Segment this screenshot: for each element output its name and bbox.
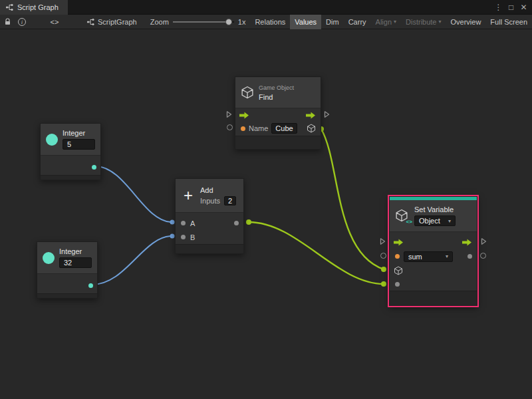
zoom-slider-handle[interactable] bbox=[225, 19, 232, 25]
integer-value-field[interactable]: 32 bbox=[59, 257, 92, 268]
node-body: A B bbox=[176, 212, 243, 244]
code-view-button[interactable]: <> bbox=[40, 15, 69, 29]
variable-outer-port[interactable] bbox=[380, 253, 386, 259]
maximize-icon[interactable]: □ bbox=[505, 0, 517, 15]
node-footer bbox=[390, 291, 477, 305]
fullscreen-button[interactable]: Full Screen bbox=[485, 15, 532, 29]
input-port-a[interactable] bbox=[181, 221, 186, 225]
port-row-a: A bbox=[176, 216, 243, 230]
node-title: Add bbox=[200, 186, 238, 194]
flow-in-port[interactable] bbox=[239, 112, 249, 119]
node-body bbox=[41, 155, 100, 175]
name-value-field[interactable]: Cube bbox=[271, 123, 297, 134]
flow-out-outer-port[interactable] bbox=[481, 237, 487, 245]
carry-button[interactable]: Carry bbox=[344, 15, 371, 29]
node-header: <> Set Variable Object ▾ bbox=[390, 200, 477, 231]
value-outer-port[interactable] bbox=[480, 253, 486, 259]
gameobject-output-port[interactable] bbox=[307, 124, 316, 133]
close-icon[interactable]: ✕ bbox=[518, 0, 529, 15]
node-set-variable[interactable]: <> Set Variable Object ▾ bbox=[389, 196, 477, 306]
wire-endpoint bbox=[170, 220, 175, 225]
node-body: sum ▾ bbox=[390, 231, 477, 291]
graph-name: ScriptGraph bbox=[98, 18, 137, 26]
chevron-down-icon: ▾ bbox=[394, 19, 396, 25]
port-b-label: B bbox=[190, 233, 195, 241]
node-header: Integer 5 bbox=[41, 124, 100, 155]
wire-add-to-setvariable-value[interactable] bbox=[249, 222, 384, 284]
scope-dropdown[interactable]: Object ▾ bbox=[414, 215, 456, 226]
variable-name-dropdown[interactable]: sum ▾ bbox=[404, 251, 453, 262]
window-menu-icon[interactable]: ⋮ bbox=[493, 0, 504, 15]
node-title: Set Variable bbox=[414, 205, 471, 213]
flow-out-outer-port[interactable] bbox=[324, 110, 330, 118]
gameobject-cube-icon bbox=[241, 86, 254, 99]
zoom-slider-fill bbox=[173, 21, 225, 23]
code-icon: <> bbox=[406, 219, 412, 225]
node-integer-5[interactable]: Integer 5 bbox=[40, 123, 101, 180]
value-input-port[interactable] bbox=[395, 282, 400, 287]
wire-integer32-to-add-b[interactable] bbox=[92, 236, 172, 285]
node-add[interactable]: + Add Inputs 2 A B bbox=[175, 178, 244, 254]
sum-output-port[interactable] bbox=[234, 221, 239, 225]
integer-value-field[interactable]: 5 bbox=[63, 139, 95, 150]
inputs-count-field[interactable]: 2 bbox=[224, 196, 236, 205]
variable-name-port[interactable] bbox=[395, 254, 400, 259]
node-footer bbox=[41, 175, 100, 180]
relations-button[interactable]: Relations bbox=[250, 15, 290, 29]
name-outer-port[interactable] bbox=[227, 124, 233, 130]
plus-icon: + bbox=[181, 188, 196, 203]
values-button[interactable]: Values bbox=[290, 15, 321, 29]
value-output-port[interactable] bbox=[467, 254, 472, 259]
flow-in-outer-port[interactable] bbox=[380, 237, 386, 245]
graph-asset-ref[interactable]: ScriptGraph bbox=[86, 18, 137, 26]
align-button[interactable]: Align ▾ bbox=[371, 15, 401, 29]
inputs-label: Inputs bbox=[200, 197, 220, 205]
integer-output-port[interactable] bbox=[92, 165, 96, 170]
flow-out-port[interactable] bbox=[462, 239, 472, 246]
flow-row bbox=[390, 235, 477, 249]
set-variable-icon: <> bbox=[395, 209, 410, 223]
name-label: Name bbox=[249, 124, 268, 132]
tab-title: Script Graph bbox=[17, 3, 59, 11]
wire-endpoint bbox=[381, 267, 386, 272]
node-footer bbox=[235, 136, 321, 149]
node-footer bbox=[37, 293, 97, 298]
object-input-port[interactable] bbox=[394, 266, 403, 275]
node-body: Name Cube bbox=[235, 108, 321, 136]
name-input-port[interactable] bbox=[241, 126, 245, 131]
tab-script-graph[interactable]: Script Graph bbox=[0, 0, 68, 15]
wire-endpoint bbox=[170, 234, 175, 239]
distribute-label: Distribute bbox=[406, 18, 436, 26]
distribute-button[interactable]: Distribute ▾ bbox=[401, 15, 446, 29]
flow-out-port[interactable] bbox=[306, 112, 316, 119]
graph-canvas[interactable]: Integer 5 Integer 32 + Add bbox=[0, 29, 532, 399]
flow-in-port[interactable] bbox=[394, 239, 404, 246]
node-title: Find bbox=[259, 93, 315, 101]
integer-icon bbox=[43, 252, 55, 264]
flow-row bbox=[235, 108, 321, 122]
node-title: Integer bbox=[59, 247, 92, 255]
wire-find-to-setvariable-object[interactable] bbox=[321, 129, 384, 269]
node-body bbox=[37, 273, 97, 293]
node-title: Integer bbox=[63, 129, 95, 137]
overview-button[interactable]: Overview bbox=[446, 15, 486, 29]
input-port-b[interactable] bbox=[181, 235, 186, 239]
node-integer-32[interactable]: Integer 32 bbox=[37, 241, 98, 299]
lock-icon bbox=[4, 18, 11, 25]
node-header: Game Object Find bbox=[235, 77, 321, 108]
zoom-slider[interactable] bbox=[173, 18, 234, 26]
integer-output-port[interactable] bbox=[88, 283, 93, 288]
title-bar: Script Graph ⋮ □ ✕ bbox=[0, 0, 532, 15]
dim-button[interactable]: Dim bbox=[321, 15, 344, 29]
wire-integer5-to-add-a[interactable] bbox=[95, 166, 172, 222]
info-button[interactable]: i bbox=[15, 15, 29, 29]
lock-button[interactable] bbox=[0, 15, 15, 29]
graph-icon bbox=[5, 3, 13, 11]
name-row: Name Cube bbox=[235, 122, 321, 135]
node-gameobject-find[interactable]: Game Object Find Name Cube bbox=[235, 76, 321, 150]
window-controls: ⋮ □ ✕ bbox=[493, 0, 532, 15]
integer-icon bbox=[46, 134, 58, 146]
flow-in-outer-port[interactable] bbox=[226, 110, 232, 118]
scope-value: Object bbox=[419, 217, 440, 225]
port-a-label: A bbox=[190, 219, 195, 227]
